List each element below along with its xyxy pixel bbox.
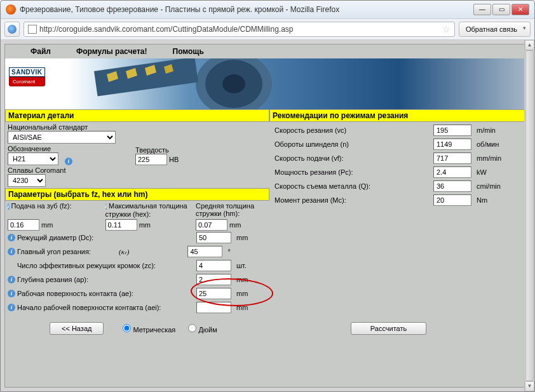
logo-brand: SANDVIK [9, 67, 45, 77]
rec-row: Обороты шпинделя (n)1149об/мин [272, 137, 527, 151]
menu-help[interactable]: Помощь [173, 47, 204, 56]
alloys-label: Сплавы Coromant [8, 166, 267, 174]
calculate-button[interactable]: Рассчитать [351, 322, 426, 335]
rec-row: Скорость резания (vc)195m/min [272, 123, 527, 137]
angle-symbol: (κᵣ) [119, 248, 129, 256]
svg-point-2 [222, 74, 245, 93]
dc-input[interactable] [196, 232, 231, 243]
menu-file[interactable]: Файл [30, 47, 51, 56]
ae-label: Рабочая поверхность контакта (ae): [17, 290, 196, 297]
info-icon[interactable]: i [8, 203, 10, 210]
close-button[interactable]: ✕ [511, 4, 529, 15]
fz-input[interactable] [8, 219, 39, 231]
globe-icon [8, 25, 17, 34]
fz-label: Подача на зуб (fz): [11, 202, 72, 210]
angle-label: Главный угол резания: [17, 248, 119, 255]
milling-tool-graphic [75, 58, 278, 109]
ae-input[interactable] [196, 288, 231, 299]
rec-vc-value: 195 [433, 125, 471, 136]
metric-radio[interactable]: Метрическая [123, 324, 175, 334]
rec-q-value: 36 [433, 180, 471, 192]
params-header: Параметры (выбрать fz, hex или hm) [5, 188, 269, 201]
designation-label: Обозначение [8, 145, 58, 152]
minimize-button[interactable]: — [473, 4, 491, 15]
hex-label: Максимальная толщина стружки (hex): [105, 202, 187, 218]
hm-input[interactable] [196, 219, 227, 231]
scroll-up-arrow[interactable]: ▲ [525, 40, 534, 50]
url-bar[interactable]: ☆ [24, 22, 455, 37]
info-icon[interactable]: i [105, 203, 107, 210]
alloys-select[interactable]: 4230 [8, 174, 46, 187]
feedback-button[interactable]: Обратная связь [459, 22, 531, 37]
firefox-icon [6, 4, 16, 15]
rec-row: Скорость съема металла (Q):36cmi/min [272, 179, 527, 193]
rec-row: Скорость подачи (vf):717mm/min [272, 151, 527, 165]
nat-std-select[interactable]: AISI/SAE [8, 131, 116, 144]
aei-label: Начало рабочей поверхности контакта (aei… [17, 304, 196, 311]
info-icon[interactable]: i [8, 248, 15, 255]
menu-formulas[interactable]: Формулы расчета! [76, 47, 147, 56]
firefox-window: Фрезерование, Типовое фрезерование - Пла… [0, 0, 535, 392]
info-icon[interactable]: i [8, 304, 15, 311]
hardness-input[interactable] [135, 154, 167, 165]
back-button[interactable]: << Назад [50, 322, 104, 335]
scroll-down-arrow[interactable]: ▼ [525, 381, 534, 391]
dc-label: Режущий диаметр (Dc): [17, 234, 196, 241]
inch-radio[interactable]: Дюйм [188, 324, 217, 334]
info-icon[interactable]: i [8, 234, 15, 241]
designation-select[interactable]: H21 [8, 152, 58, 165]
page-icon [28, 25, 37, 34]
ap-input[interactable] [196, 274, 231, 285]
logo-sub: Coromant [9, 77, 45, 86]
angle-input[interactable] [187, 246, 222, 257]
app-menubar: Файл Формулы расчета! Помощь [5, 44, 530, 58]
hardness-label: Твердость [135, 146, 179, 154]
hardness-unit: HB [169, 156, 179, 163]
page-content: Файл Формулы расчета! Помощь SANDVIK Cor… [4, 44, 531, 388]
rec-mc-value: 20 [433, 194, 471, 206]
zc-input[interactable] [196, 260, 231, 271]
banner: SANDVIK Coromant [5, 58, 530, 109]
titlebar: Фрезерование, Типовое фрезерование - Пла… [1, 1, 534, 18]
vertical-scrollbar[interactable]: ▲ ▼ [524, 40, 534, 391]
window-title: Фрезерование, Типовое фрезерование - Пла… [20, 5, 473, 14]
bookmark-star-icon[interactable]: ☆ [442, 24, 450, 34]
info-icon[interactable]: i [8, 290, 15, 297]
recommend-header: Рекомендации по режимам резания [269, 109, 530, 122]
scroll-thumb[interactable] [525, 50, 534, 381]
info-icon[interactable]: i [65, 158, 72, 165]
material-header: Материал детали [5, 109, 269, 122]
nat-std-label: Национальный стандарт [8, 123, 267, 131]
rec-row: Момент резания (Mc):20Nm [272, 193, 527, 207]
maximize-button[interactable]: ▭ [492, 4, 510, 15]
ap-label: Глубина резания (ap): [17, 276, 196, 283]
tab-button[interactable] [4, 22, 20, 37]
rec-pc-value: 2.4 [433, 166, 471, 178]
rec-vf-value: 717 [433, 152, 471, 164]
zc-label: Число эффективных режущих кромок (zc): [17, 262, 206, 269]
rec-row: Мощность резания (Pc):2.4kW [272, 165, 527, 179]
rec-n-value: 1149 [433, 139, 471, 150]
info-icon[interactable]: i [8, 276, 15, 283]
hex-input[interactable] [105, 219, 137, 231]
url-input[interactable] [39, 25, 440, 34]
bottom-bar: << Назад Метрическая Дюйм Рассчитать [5, 316, 530, 341]
logo: SANDVIK Coromant [9, 67, 45, 86]
aei-input[interactable] [196, 302, 231, 313]
toolbar: ☆ Обратная связь [1, 18, 534, 40]
hm-label: Средняя толщина стружки (hm): [196, 202, 254, 217]
